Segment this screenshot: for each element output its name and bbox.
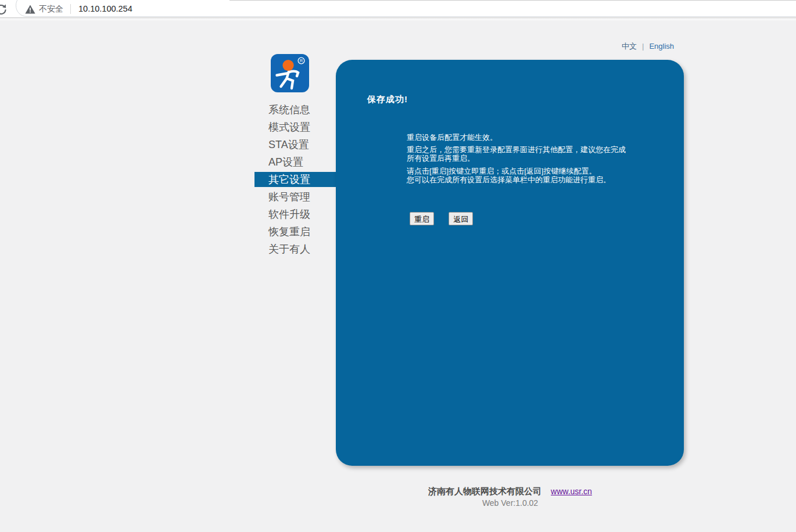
- sidebar-item-restore-restart[interactable]: 恢复重启: [254, 223, 336, 240]
- sidebar-item-sta-settings[interactable]: STA设置: [254, 136, 336, 153]
- toolbar-hairline: [230, 0, 796, 1]
- warning-triangle-icon: [25, 5, 35, 14]
- back-button[interactable]: 返回: [449, 212, 473, 225]
- usr-logo: R: [271, 54, 309, 95]
- footer-line1: 济南有人物联网技术有限公司www.usr.cn: [336, 486, 684, 497]
- restart-button[interactable]: 重启: [410, 212, 434, 225]
- sidebar-menu: 系统信息 模式设置 STA设置 AP设置 其它设置 账号管理 软件升级 恢复重启…: [254, 101, 336, 258]
- company-name: 济南有人物联网技术有限公司: [428, 486, 542, 496]
- address-bar[interactable]: [16, 0, 796, 17]
- sidebar-item-account-management[interactable]: 账号管理: [254, 188, 336, 206]
- toolbar-shadow: [0, 19, 796, 21]
- address-divider: [70, 4, 71, 14]
- sidebar-item-mode-settings[interactable]: 模式设置: [254, 118, 336, 136]
- sidebar-item-system-info[interactable]: 系统信息: [254, 101, 336, 118]
- security-badge[interactable]: 不安全: [25, 0, 63, 18]
- security-label: 不安全: [39, 4, 63, 15]
- lang-english-link[interactable]: English: [649, 42, 674, 51]
- sidebar-item-other-settings[interactable]: 其它设置: [254, 172, 336, 187]
- language-switcher: 中文|English: [622, 41, 674, 52]
- browser-toolbar: 不安全 10.10.100.254: [0, 0, 796, 18]
- sidebar-item-software-upgrade[interactable]: 软件升级: [254, 206, 336, 223]
- instruction-line: 重启之后，您需要重新登录配置界面进行其他配置，建议您在完成所有设置后再重启。: [407, 145, 629, 163]
- panel-button-row: 重启 返回: [410, 212, 485, 225]
- instruction-line: 请点击[重启]按键立即重启；或点击[返回]按键继续配置。: [407, 167, 629, 176]
- url-text[interactable]: 10.10.100.254: [78, 0, 132, 18]
- lang-chinese-link[interactable]: 中文: [622, 42, 637, 51]
- instruction-line: 您可以在完成所有设置后选择菜单栏中的重启功能进行重启。: [407, 175, 629, 185]
- sidebar-item-about-usr[interactable]: 关于有人: [254, 240, 336, 258]
- sidebar-item-ap-settings[interactable]: AP设置: [254, 153, 336, 171]
- reload-icon[interactable]: [0, 2, 8, 16]
- restart-instructions: 重启设备后配置才能生效。 重启之后，您需要重新登录配置界面进行其他配置，建议您在…: [407, 133, 629, 185]
- page-footer: 济南有人物联网技术有限公司www.usr.cn Web Ver:1.0.02: [336, 486, 684, 508]
- instruction-line: 重启设备后配置才能生效。: [407, 133, 629, 142]
- save-success-title: 保存成功!: [367, 94, 408, 105]
- website-link[interactable]: www.usr.cn: [551, 487, 592, 496]
- svg-text:R: R: [300, 58, 303, 63]
- content-panel: 保存成功! 重启设备后配置才能生效。 重启之后，您需要重新登录配置界面进行其他配…: [336, 60, 684, 466]
- lang-divider: |: [642, 42, 644, 51]
- web-version: Web Ver:1.0.02: [336, 498, 684, 508]
